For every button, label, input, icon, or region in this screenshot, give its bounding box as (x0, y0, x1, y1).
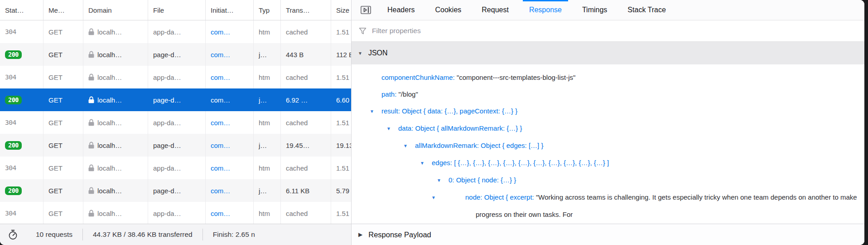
request-row[interactable]: 304GETlocalh…app-da…com…htmcached1.51 KB (0, 66, 351, 88)
size-cell: 112 B (331, 43, 351, 66)
json-tree-node[interactable]: ▼0: Object { node: {…} } (352, 172, 864, 189)
size-cell: 1.51 KB (331, 66, 351, 88)
json-tree-node[interactable]: ▼edges: [ {…}, {…}, {…}, {…}, {…}, {…}, … (352, 154, 864, 172)
json-tree-node: path: "/blog" (352, 86, 864, 103)
request-row[interactable]: 304GETlocalh…app-da…com…htmcached1.51 KB (0, 20, 351, 43)
json-section-header[interactable]: ▼ JSON (352, 42, 864, 64)
status-cell: 304 (0, 111, 43, 134)
filter-properties-input[interactable] (371, 26, 608, 35)
size-cell: 6.60 KB (331, 88, 351, 111)
collapse-twisty-icon[interactable]: ▼ (358, 51, 362, 56)
network-statusbar: 10 requests 44.37 KB / 38.46 KB transfer… (0, 224, 351, 245)
twisty-down-icon[interactable]: ▼ (386, 120, 398, 137)
method-cell: GET (43, 157, 83, 179)
column-header-file[interactable]: File (148, 0, 206, 20)
column-header-initiator[interactable]: Initiat… (206, 0, 254, 20)
status-cell: 304 (0, 157, 43, 179)
initiator-cell[interactable]: com… (206, 43, 254, 66)
transferred-cell: 443 B (281, 43, 331, 66)
twisty-down-icon[interactable]: ▼ (370, 103, 381, 120)
twisty-down-icon[interactable]: ▼ (403, 137, 415, 154)
status-cell: 200 (0, 179, 43, 202)
json-tree-node[interactable]: ▼data: Object { allMarkdownRemark: {…} } (352, 120, 864, 137)
request-row[interactable]: 200GETlocalh…page-d…com…j…443 B112 B (0, 43, 351, 66)
tab-request[interactable]: Request (475, 0, 515, 20)
transferred-cell: cached (281, 66, 331, 88)
tab-stack-trace[interactable]: Stack Trace (621, 0, 672, 20)
status-cell: 200 (0, 134, 43, 157)
transferred-cell: 6.92 … (281, 88, 331, 111)
request-row[interactable]: 304GETlocalh…app-da…com…htmcached1.51 KB (0, 157, 351, 179)
type-cell: htm (254, 111, 281, 134)
initiator-cell[interactable]: com… (206, 111, 254, 134)
column-header-method[interactable]: Me… (43, 0, 83, 20)
domain-cell: localh… (83, 202, 148, 224)
lock-icon (88, 164, 94, 172)
method-cell: GET (43, 111, 83, 134)
type-cell: j… (254, 134, 281, 157)
file-cell: app-da… (148, 111, 206, 134)
stopwatch-icon (8, 230, 18, 240)
lock-icon (88, 187, 94, 194)
lock-icon (88, 119, 94, 126)
column-header-status[interactable]: Stat… (0, 0, 43, 20)
method-cell: GET (43, 88, 83, 111)
transferred-cell: cached (281, 157, 331, 179)
column-header-transferred[interactable]: Trans… (281, 0, 331, 20)
initiator-cell[interactable]: com… (206, 20, 254, 43)
lock-icon (88, 96, 94, 103)
request-row[interactable]: 200GETlocalh…page-d…com…j…19.45…19.13 KB (0, 134, 351, 157)
split-pane-toggle-icon[interactable] (361, 6, 371, 14)
response-payload-label: Response Payload (368, 230, 431, 239)
request-row[interactable]: 304GETlocalh…app-da…com…htmcached1.51 KB (0, 202, 351, 224)
method-cell: GET (43, 202, 83, 224)
requests-count: 10 requests (36, 230, 72, 239)
file-cell: app-da… (148, 202, 206, 224)
expand-twisty-icon[interactable]: ▶ (358, 231, 362, 238)
status-badge: 200 (5, 96, 22, 104)
size-cell: 19.13 KB (331, 134, 351, 157)
twisty-down-icon[interactable]: ▼ (453, 189, 465, 206)
transferred-cell: cached (281, 111, 331, 134)
json-tree-node[interactable]: ▼node: Object { excerpt: "Working across… (352, 189, 864, 223)
initiator-cell[interactable]: com… (206, 157, 254, 179)
status-cell: 200 (0, 43, 43, 66)
column-header-size[interactable]: Size (331, 0, 351, 20)
type-cell: j… (254, 88, 281, 111)
file-cell: page-d… (148, 88, 206, 111)
statusbar-divider (82, 229, 83, 240)
size-cell: 5.79 KB (331, 179, 351, 202)
transferred-cell: cached (281, 202, 331, 224)
request-row[interactable]: 304GETlocalh…app-da…com…htmcached1.51 KB (0, 111, 351, 134)
filter-funnel-icon (359, 27, 366, 35)
network-rows: 304GETlocalh…app-da…com…htmcached1.51 KB… (0, 20, 351, 224)
json-section-label: JSON (368, 49, 388, 57)
json-tree-node[interactable]: ▼result: Object { data: {…}, pageContext… (352, 103, 864, 120)
request-details-pane: HeadersCookiesRequestResponseTimingsStac… (352, 0, 864, 245)
initiator-cell[interactable]: com… (206, 66, 254, 88)
initiator-cell[interactable]: com… (206, 88, 254, 111)
initiator-cell[interactable]: com… (206, 202, 254, 224)
response-payload-section[interactable]: ▶ Response Payload (352, 224, 864, 245)
json-tree-node[interactable]: ▼allMarkdownRemark: Object { edges: […] … (352, 137, 864, 154)
status-cell: 200 (0, 88, 43, 111)
initiator-cell[interactable]: com… (206, 179, 254, 202)
column-header-domain[interactable]: Domain (83, 0, 148, 20)
method-cell: GET (43, 66, 83, 88)
twisty-down-icon[interactable]: ▼ (437, 172, 448, 189)
twisty-down-icon[interactable]: ▼ (420, 155, 432, 172)
initiator-cell[interactable]: com… (206, 134, 254, 157)
tab-headers[interactable]: Headers (381, 0, 421, 20)
column-header-type[interactable]: Typ (254, 0, 281, 20)
tab-cookies[interactable]: Cookies (429, 0, 468, 20)
transferred-cell: 6.11 KB (281, 179, 331, 202)
lock-icon (88, 28, 94, 35)
tab-response[interactable]: Response (523, 0, 568, 20)
request-row[interactable]: 200GETlocalh…page-d…com…j…6.92 …6.60 KB (0, 88, 351, 111)
type-cell: j… (254, 179, 281, 202)
method-cell: GET (43, 43, 83, 66)
request-row[interactable]: 200GETlocalh…page-d…com…j…6.11 KB5.79 KB (0, 179, 351, 202)
size-cell: 1.51 KB (331, 202, 351, 224)
size-cell: 1.51 KB (331, 111, 351, 134)
tab-timings[interactable]: Timings (576, 0, 613, 20)
